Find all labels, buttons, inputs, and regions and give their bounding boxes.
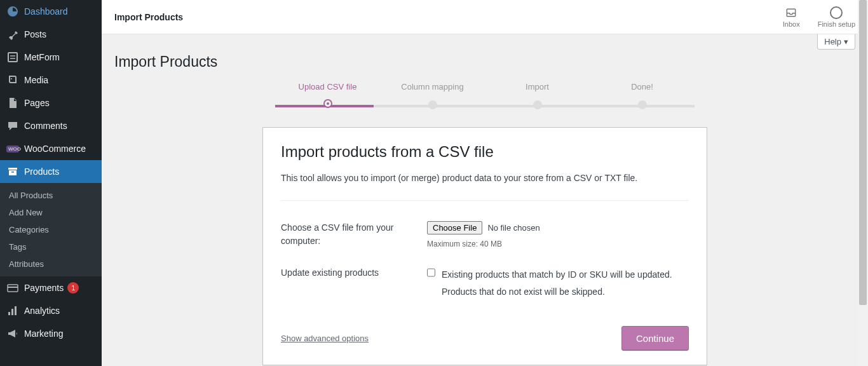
- import-card: Import products from a CSV file This too…: [262, 127, 707, 365]
- update-existing-row: Update existing products Existing produc…: [281, 257, 689, 309]
- inbox-label: Inbox: [783, 20, 800, 28]
- sidebar-label: Payments: [24, 283, 64, 293]
- finish-setup-button[interactable]: Finish setup: [818, 6, 855, 28]
- step-done: Done!: [590, 82, 695, 109]
- submenu-tags[interactable]: Tags: [0, 238, 102, 255]
- form-icon: [6, 51, 19, 64]
- archive-icon: [6, 165, 19, 178]
- step-label: Import: [485, 82, 590, 92]
- step-mapping: Column mapping: [380, 82, 485, 109]
- sidebar-label: Comments: [24, 121, 67, 131]
- sidebar-label: Analytics: [24, 306, 60, 316]
- update-existing-checkbox[interactable]: [427, 268, 435, 278]
- submenu-all-products[interactable]: All Products: [0, 187, 102, 204]
- svg-rect-10: [11, 309, 13, 315]
- card-description: This tool allows you to import (or merge…: [281, 171, 689, 201]
- sidebar-label: Products: [24, 166, 59, 177]
- step-label: Done!: [590, 82, 695, 92]
- comment-icon: [6, 119, 19, 132]
- payments-icon: [6, 281, 19, 294]
- admin-sidebar: Dashboard Posts MetForm Media Pages Comm…: [0, 0, 102, 366]
- sidebar-item-metform[interactable]: MetForm: [0, 46, 102, 69]
- card-title: Import products from a CSV file: [281, 143, 689, 161]
- file-status: No file chosen: [487, 223, 539, 233]
- pin-icon: [6, 28, 19, 41]
- svg-rect-0: [8, 53, 17, 62]
- help-tab[interactable]: Help ▾: [817, 34, 855, 50]
- svg-rect-12: [787, 9, 796, 17]
- submenu-attributes[interactable]: Attributes: [0, 255, 102, 273]
- update-existing-label: Update existing products: [281, 266, 427, 300]
- choose-file-button[interactable]: Choose File: [427, 221, 482, 234]
- continue-button[interactable]: Continue: [621, 326, 689, 351]
- dashboard-icon: [6, 5, 19, 18]
- step-upload: Upload CSV file: [275, 82, 380, 109]
- max-size-hint: Maximum size: 40 MB: [427, 240, 689, 248]
- sidebar-label: MetForm: [24, 52, 60, 62]
- submenu-categories[interactable]: Categories: [0, 221, 102, 238]
- svg-rect-11: [15, 306, 17, 315]
- page-title: Import Products: [114, 41, 855, 82]
- megaphone-icon: [6, 327, 19, 340]
- step-dot: [638, 100, 647, 109]
- update-existing-desc: Existing products that match by ID or SK…: [442, 266, 689, 300]
- woo-icon: WOO: [6, 142, 19, 155]
- scrollbar[interactable]: [858, 0, 868, 366]
- svg-rect-9: [8, 312, 10, 315]
- sidebar-item-pages[interactable]: Pages: [0, 92, 102, 114]
- inbox-icon: [785, 6, 797, 19]
- step-dot: [533, 100, 542, 109]
- chevron-down-icon: ▾: [844, 37, 848, 46]
- scrollbar-thumb[interactable]: [859, 0, 867, 305]
- analytics-icon: [6, 304, 19, 317]
- choose-file-row: Choose a CSV file from your computer: Ch…: [281, 212, 689, 257]
- sidebar-item-media[interactable]: Media: [0, 69, 102, 92]
- sidebar-label: Posts: [24, 29, 46, 39]
- sidebar-item-posts[interactable]: Posts: [0, 23, 102, 46]
- help-label: Help: [824, 37, 841, 46]
- sidebar-label: Marketing: [24, 329, 63, 339]
- sidebar-item-analytics[interactable]: Analytics: [0, 299, 102, 322]
- sidebar-label: Pages: [24, 98, 50, 108]
- step-dot: [325, 100, 331, 107]
- circle-icon: [830, 6, 843, 19]
- svg-rect-6: [11, 172, 14, 173]
- sidebar-item-products[interactable]: Products: [0, 160, 102, 183]
- svg-rect-4: [8, 168, 17, 170]
- sidebar-label: WooCommerce: [24, 144, 86, 154]
- advanced-options-link[interactable]: Show advanced options: [281, 334, 369, 343]
- sidebar-label: Dashboard: [24, 6, 68, 17]
- sidebar-item-comments[interactable]: Comments: [0, 114, 102, 137]
- sidebar-item-woocommerce[interactable]: WOO WooCommerce: [0, 137, 102, 160]
- step-label: Upload CSV file: [275, 82, 380, 92]
- step-import: Import: [485, 82, 590, 109]
- submenu-add-new[interactable]: Add New: [0, 204, 102, 221]
- sidebar-label: Media: [24, 75, 48, 85]
- sidebar-item-payments[interactable]: Payments 1: [0, 276, 102, 299]
- finish-label: Finish setup: [818, 20, 855, 28]
- inbox-button[interactable]: Inbox: [783, 6, 800, 28]
- svg-point-3: [11, 78, 12, 79]
- progress-steps: Upload CSV file Column mapping Import Do…: [262, 82, 707, 109]
- payments-badge: 1: [67, 282, 79, 294]
- media-icon: [6, 74, 19, 86]
- choose-file-label: Choose a CSV file from your computer:: [281, 221, 427, 248]
- sidebar-item-dashboard[interactable]: Dashboard: [0, 0, 102, 23]
- topbar-title: Import Products: [114, 12, 183, 22]
- step-dot: [428, 100, 437, 109]
- sidebar-item-marketing[interactable]: Marketing: [0, 322, 102, 345]
- page-icon: [6, 97, 19, 109]
- svg-rect-7: [8, 285, 18, 292]
- step-label: Column mapping: [380, 82, 485, 92]
- products-submenu: All Products Add New Categories Tags Att…: [0, 183, 102, 276]
- svg-rect-8: [8, 287, 18, 288]
- svg-rect-5: [9, 170, 17, 175]
- topbar: Import Products Inbox Finish setup: [102, 0, 868, 34]
